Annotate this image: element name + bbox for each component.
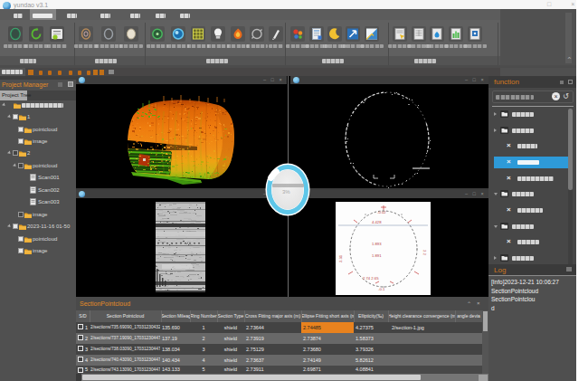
svg-text:2.2: 2.2 <box>422 250 427 255</box>
svg-text:-0.1: -0.1 <box>378 287 385 291</box>
svg-text:4.428: 4.428 <box>372 220 382 224</box>
svg-text:-0.02: -0.02 <box>377 210 386 214</box>
svg-text:2.74 2.65: 2.74 2.65 <box>363 276 379 281</box>
svg-text:1.893: 1.893 <box>372 242 382 246</box>
svg-text:2.31: 2.31 <box>338 254 343 262</box>
svg-text:1.891: 1.891 <box>372 253 382 258</box>
